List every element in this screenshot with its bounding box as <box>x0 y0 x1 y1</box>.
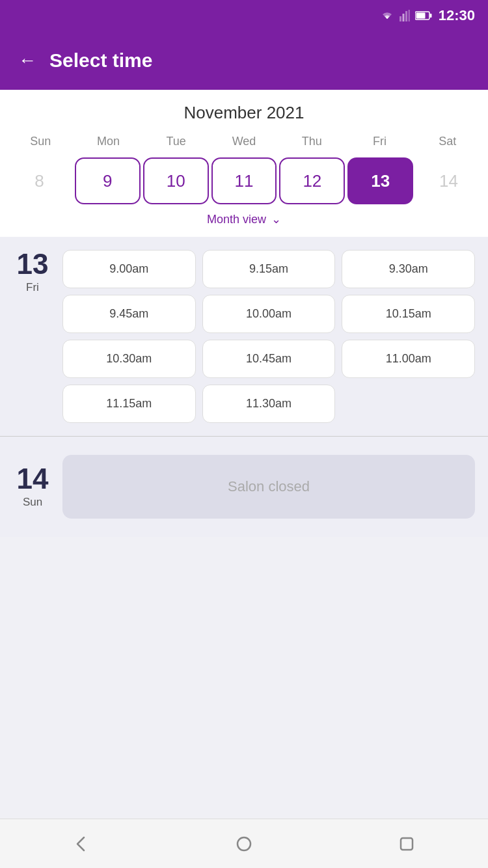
status-icons <box>380 10 432 21</box>
day-14-label: 14 Sun <box>13 465 52 509</box>
back-button[interactable]: ← <box>18 50 36 71</box>
home-nav-icon <box>235 835 253 853</box>
weekday-sun: Sun <box>7 132 74 151</box>
day-13-label: 13 Fri <box>13 250 52 294</box>
weekday-fri: Fri <box>346 132 413 151</box>
svg-point-7 <box>237 837 251 850</box>
status-time: 12:30 <box>439 7 475 24</box>
calendar-section: November 2021 Sun Mon Tue Wed Thu Fri Sa… <box>0 90 488 237</box>
svg-rect-1 <box>402 14 404 21</box>
svg-rect-2 <box>405 11 407 21</box>
weekdays-row: Sun Mon Tue Wed Thu Fri Sat <box>7 132 481 151</box>
days-row: 8 9 10 11 12 13 14 <box>7 157 481 204</box>
day-13[interactable]: 13 <box>347 157 413 204</box>
day-13-name: Fri <box>13 281 52 294</box>
time-slot-1115[interactable]: 11.15am <box>62 385 196 423</box>
time-slot-915[interactable]: 9.15am <box>202 250 336 288</box>
day-11[interactable]: 11 <box>211 157 277 204</box>
status-bar: 12:30 <box>0 0 488 31</box>
day-9[interactable]: 9 <box>75 157 141 204</box>
time-slots-grid-13: 9.00am 9.15am 9.30am 9.45am 10.00am 10.1… <box>62 250 475 423</box>
time-slot-930[interactable]: 9.30am <box>342 250 475 288</box>
month-view-label: Month view <box>207 213 266 226</box>
battery-icon <box>415 11 432 20</box>
day-14-row: 14 Sun Salon closed <box>13 455 475 519</box>
weekday-sat: Sat <box>414 132 481 151</box>
svg-rect-6 <box>416 13 425 19</box>
day-14[interactable]: 14 <box>416 157 481 204</box>
day-13-row: 13 Fri 9.00am 9.15am 9.30am 9.45am 10.00… <box>13 250 475 423</box>
time-slot-900[interactable]: 9.00am <box>62 250 196 288</box>
time-slot-1015[interactable]: 10.15am <box>342 295 475 333</box>
weekday-tue: Tue <box>142 132 210 151</box>
time-slot-1100[interactable]: 11.00am <box>342 340 475 378</box>
day-10[interactable]: 10 <box>143 157 209 204</box>
svg-rect-5 <box>429 14 431 18</box>
nav-back-button[interactable] <box>67 830 96 858</box>
back-nav-icon <box>72 835 90 853</box>
day-14-number: 14 <box>13 465 52 493</box>
time-slot-1000[interactable]: 10.00am <box>202 295 336 333</box>
day-8[interactable]: 8 <box>7 157 72 204</box>
app-header: ← Select time <box>0 31 488 90</box>
svg-rect-0 <box>400 16 401 21</box>
recents-nav-icon <box>398 835 416 853</box>
nav-home-button[interactable] <box>230 830 258 858</box>
time-slot-945[interactable]: 9.45am <box>62 295 196 333</box>
bottom-navigation <box>0 819 488 868</box>
weekday-mon: Mon <box>74 132 142 151</box>
nav-recents-button[interactable] <box>392 830 421 858</box>
wifi-icon <box>380 10 394 21</box>
salon-closed-label: Salon closed <box>228 478 310 495</box>
time-slot-1130[interactable]: 11.30am <box>202 385 336 423</box>
chevron-down-icon: ⌄ <box>271 212 281 226</box>
svg-rect-8 <box>401 838 413 850</box>
day-13-section: 13 Fri 9.00am 9.15am 9.30am 9.45am 10.00… <box>0 237 488 436</box>
salon-closed-box: Salon closed <box>62 455 475 519</box>
weekday-wed: Wed <box>210 132 278 151</box>
time-slot-1030[interactable]: 10.30am <box>62 340 196 378</box>
weekday-thu: Thu <box>278 132 346 151</box>
month-year-label: November 2021 <box>7 103 481 123</box>
day-14-section: 14 Sun Salon closed <box>0 437 488 537</box>
month-view-toggle[interactable]: Month view ⌄ <box>7 204 481 230</box>
time-slot-1045[interactable]: 10.45am <box>202 340 336 378</box>
day-14-name: Sun <box>13 496 52 509</box>
day-13-number: 13 <box>13 250 52 278</box>
svg-rect-3 <box>408 10 410 21</box>
signal-icon <box>400 10 410 21</box>
page-title: Select time <box>49 49 152 72</box>
day-12[interactable]: 12 <box>279 157 345 204</box>
